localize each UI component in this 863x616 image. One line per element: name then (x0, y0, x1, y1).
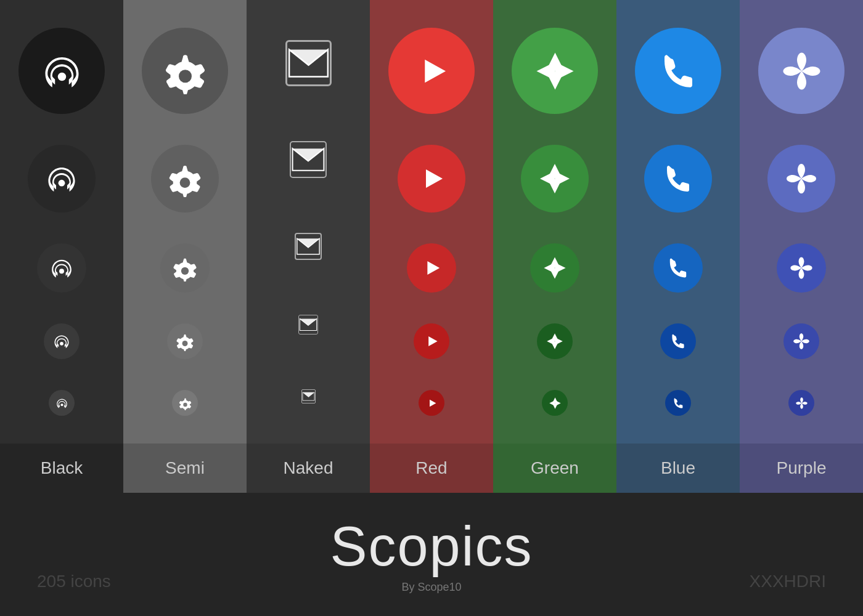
icon-naked-2 (290, 141, 327, 178)
icon-grid (0, 0, 863, 444)
icon-blue-2 (644, 145, 712, 213)
svg-marker-19 (430, 399, 436, 407)
svg-point-8 (182, 341, 188, 346)
label-red-text: Red (415, 458, 447, 478)
svg-marker-16 (426, 169, 443, 188)
svg-marker-18 (428, 336, 437, 346)
svg-marker-17 (427, 261, 440, 275)
footer: Scopics By Scope10 205 icons XXXHDRI (0, 493, 863, 616)
icon-blue-4 (660, 323, 696, 359)
icon-green-4 (537, 323, 573, 359)
icon-naked-1 (285, 40, 332, 86)
icon-semi-3 (160, 243, 210, 293)
label-green: Green (493, 444, 616, 493)
svg-point-2 (59, 269, 64, 274)
label-row: Black Semi Naked Red Green Blue Purple (0, 444, 863, 493)
icon-green-1 (512, 28, 598, 114)
icon-red-1 (388, 28, 475, 114)
icon-red-5 (419, 390, 444, 416)
icon-naked-3 (295, 233, 322, 260)
label-black: Black (0, 444, 123, 493)
label-red: Red (370, 444, 493, 493)
icon-semi-4 (167, 323, 203, 359)
icon-green-5 (542, 390, 568, 416)
label-green-text: Green (531, 458, 579, 478)
icon-purple-1 (758, 28, 845, 114)
column-semi (123, 0, 247, 444)
icon-red-4 (414, 323, 449, 359)
icon-black-2 (28, 145, 96, 213)
label-purple-text: Purple (777, 458, 827, 478)
icon-blue-3 (653, 243, 703, 293)
svg-point-0 (57, 72, 66, 81)
label-purple: Purple (740, 444, 863, 493)
footer-by: By Scope10 (401, 581, 461, 594)
icon-naked-4 (298, 315, 318, 334)
footer-icons-count: 205 icons (37, 572, 111, 591)
footer-hdri: XXXHDRI (750, 572, 826, 591)
icon-black-1 (18, 28, 105, 114)
column-naked (247, 0, 370, 444)
icon-green-3 (530, 243, 579, 293)
icon-red-3 (407, 243, 456, 293)
main-container: Black Semi Naked Red Green Blue Purple S… (0, 0, 863, 616)
svg-marker-15 (425, 59, 446, 83)
column-purple (740, 0, 863, 444)
svg-point-5 (179, 70, 192, 83)
column-red (370, 0, 493, 444)
column-blue (616, 0, 740, 444)
svg-point-6 (180, 177, 190, 188)
icon-blue-1 (635, 28, 721, 114)
icon-semi-1 (142, 28, 228, 114)
label-black-text: Black (41, 458, 83, 478)
icon-purple-3 (777, 243, 826, 293)
icon-blue-5 (665, 390, 691, 416)
column-green (493, 0, 616, 444)
svg-point-9 (183, 402, 187, 406)
label-blue: Blue (616, 444, 740, 493)
svg-point-4 (60, 403, 63, 406)
icon-red-2 (398, 145, 465, 213)
label-semi: Semi (123, 444, 247, 493)
label-naked-text: Naked (284, 458, 333, 478)
svg-point-3 (60, 342, 63, 346)
icon-semi-5 (172, 390, 198, 416)
icon-black-3 (37, 243, 86, 293)
svg-point-1 (59, 180, 65, 187)
label-semi-text: Semi (165, 458, 205, 478)
icon-green-2 (521, 145, 589, 213)
icon-black-5 (49, 390, 75, 416)
label-naked: Naked (247, 444, 370, 493)
icon-purple-5 (788, 390, 814, 416)
icon-purple-4 (783, 323, 819, 359)
column-black (0, 0, 123, 444)
app-title: Scopics (330, 515, 533, 578)
label-blue-text: Blue (661, 458, 695, 478)
icon-purple-2 (767, 145, 835, 213)
icon-naked-5 (301, 389, 316, 403)
icon-black-4 (44, 323, 80, 359)
svg-point-7 (181, 267, 189, 275)
icon-semi-2 (151, 145, 219, 213)
